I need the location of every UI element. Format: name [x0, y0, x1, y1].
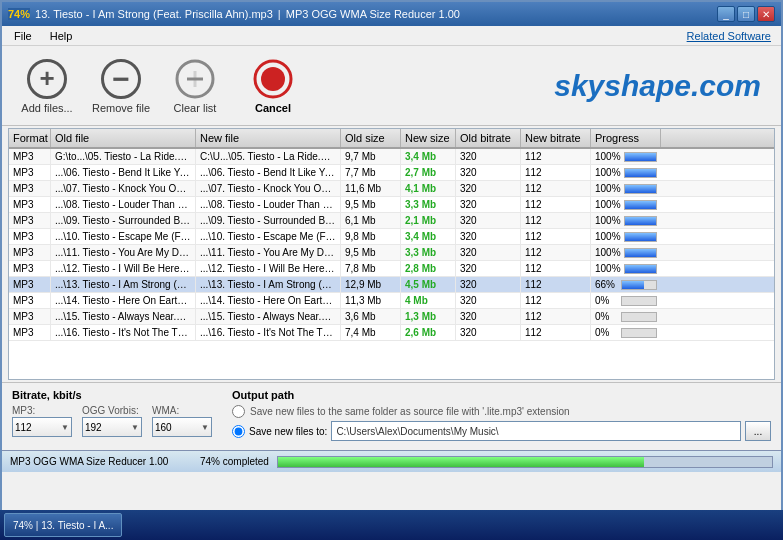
table-row[interactable]: MP3...\10. Tiesto - Escape Me (Feat. ...…: [9, 229, 774, 245]
table-cell: 112: [521, 165, 591, 180]
cancel-button[interactable]: Cancel: [238, 51, 308, 121]
taskbar-item-label: 74% | 13. Tiesto - I A...: [13, 520, 113, 531]
progress-cell: 100%: [591, 261, 661, 276]
table-cell: ...\11. Tiesto - You Are My Diamo ...: [196, 245, 341, 260]
col-progress: Progress: [591, 129, 661, 147]
table-cell: ...\09. Tiesto - Surrounded By Lig ...: [51, 213, 196, 228]
progress-cell: 100%: [591, 197, 661, 212]
mp3-dropdown[interactable]: 112 ▼: [12, 417, 72, 437]
table-cell: MP3: [9, 165, 51, 180]
table-row[interactable]: MP3...\14. Tiesto - Here On Earth (Fe ..…: [9, 293, 774, 309]
ogg-dropdown[interactable]: 192 ▼: [82, 417, 142, 437]
output-title: Output path: [232, 389, 771, 401]
remove-file-icon: −: [100, 58, 142, 100]
progress-label: 0%: [595, 311, 618, 322]
table-cell: 320: [456, 245, 521, 260]
add-files-button[interactable]: + Add files...: [12, 51, 82, 121]
radio-custom-path[interactable]: [232, 425, 245, 438]
browse-button[interactable]: ...: [745, 421, 771, 441]
clear-list-icon: [174, 58, 216, 100]
table-cell: 4,5 Mb: [401, 277, 456, 292]
radio-custom-path-row: Save new files to: ...: [232, 421, 771, 441]
radio-same-folder-row: Save new files to the same folder as sou…: [232, 405, 771, 418]
table-row[interactable]: MP3...\13. Tiesto - I Am Strong (Feat. .…: [9, 277, 774, 293]
progress-bar-fill: [625, 185, 656, 193]
table-cell: ...\11. Tiesto - You Are My Diamo ...: [51, 245, 196, 260]
wma-bitrate-group: WMA: 160 ▼: [152, 405, 212, 437]
toolbar: + Add files... − Remove file Cle: [2, 46, 781, 126]
col-new-size: New size: [401, 129, 456, 147]
related-software-link[interactable]: Related Software: [687, 30, 777, 42]
table-cell: 320: [456, 309, 521, 324]
table-cell: 2,7 Mb: [401, 165, 456, 180]
bottom-panel: Bitrate, kbit/s MP3: 112 ▼ OGG Vorbis: 1…: [2, 382, 781, 450]
table-cell: MP3: [9, 293, 51, 308]
progress-bar: [624, 200, 657, 210]
progress-bar: [621, 312, 658, 322]
table-cell: 112: [521, 197, 591, 212]
output-section: Output path Save new files to the same f…: [232, 389, 771, 444]
maximize-button[interactable]: □: [737, 6, 755, 22]
radio-same-folder[interactable]: [232, 405, 245, 418]
clear-list-label: Clear list: [174, 102, 217, 114]
table-cell: MP3: [9, 181, 51, 196]
table-row[interactable]: MP3...\12. Tiesto - I Will Be Here (Fe .…: [9, 261, 774, 277]
table-row[interactable]: MP3...\09. Tiesto - Surrounded By Lig ..…: [9, 213, 774, 229]
table-cell: ...\13. Tiesto - I Am Strong (Feat. ...: [196, 277, 341, 292]
table-cell: ...\14. Tiesto - Here On Earth (Fe ...: [51, 293, 196, 308]
table-row[interactable]: MP3...\07. Tiesto - Knock You Out (Fe ..…: [9, 181, 774, 197]
menu-file[interactable]: File: [6, 28, 40, 44]
status-progress-container: 74% completed: [200, 456, 773, 468]
bitrate-section: Bitrate, kbit/s MP3: 112 ▼ OGG Vorbis: 1…: [12, 389, 212, 437]
table-cell: 112: [521, 181, 591, 196]
table-cell: 1,3 Mb: [401, 309, 456, 324]
remove-file-button[interactable]: − Remove file: [86, 51, 156, 121]
wma-dropdown-arrow: ▼: [201, 423, 209, 432]
table-cell: ...\15. Tiesto - Always Near.mp3: [196, 309, 341, 324]
mp3-dropdown-arrow: ▼: [61, 423, 69, 432]
table-cell: ...\06. Tiesto - Bend It Like You D ...: [51, 165, 196, 180]
table-cell: 320: [456, 293, 521, 308]
title-separator: |: [278, 8, 281, 20]
progress-label: 100%: [595, 199, 621, 210]
mp3-bitrate-group: MP3: 112 ▼: [12, 405, 72, 437]
table-cell: 320: [456, 165, 521, 180]
wma-label: WMA:: [152, 405, 212, 416]
table-cell: 320: [456, 325, 521, 340]
table-cell: ...\08. Tiesto - Louder Than Boon ...: [51, 197, 196, 212]
col-new-bitrate: New bitrate: [521, 129, 591, 147]
table-cell: 4,1 Mb: [401, 181, 456, 196]
bitrate-title: Bitrate, kbit/s: [12, 389, 212, 401]
table-row[interactable]: MP3...\11. Tiesto - You Are My Diamo ...…: [9, 245, 774, 261]
table-cell: ...\13. Tiesto - I Am Strong (Feat. ...: [51, 277, 196, 292]
table-cell: 3,4 Mb: [401, 229, 456, 244]
table-cell: 3,6 Mb: [341, 309, 401, 324]
status-app-name: MP3 OGG WMA Size Reducer 1.00: [10, 456, 190, 467]
logo-text: skyshape.com: [554, 69, 761, 102]
table-cell: MP3: [9, 261, 51, 276]
table-row[interactable]: MP3...\08. Tiesto - Louder Than Boon ...…: [9, 197, 774, 213]
close-button[interactable]: ✕: [757, 6, 775, 22]
wma-dropdown[interactable]: 160 ▼: [152, 417, 212, 437]
progress-cell: 100%: [591, 149, 661, 164]
output-path-input[interactable]: [331, 421, 741, 441]
table-row[interactable]: MP3...\16. Tiesto - It's Not The Thing .…: [9, 325, 774, 341]
table-cell: MP3: [9, 325, 51, 340]
table-row[interactable]: MP3...\15. Tiesto - Always Near.mp3...\1…: [9, 309, 774, 325]
progress-label: 100%: [595, 247, 621, 258]
add-files-icon: +: [26, 58, 68, 100]
table-cell: 112: [521, 309, 591, 324]
table-cell: 9,7 Mb: [341, 149, 401, 164]
title-controls: _ □ ✕: [717, 6, 775, 22]
progress-label: 100%: [595, 215, 621, 226]
wma-value: 160: [155, 422, 172, 433]
progress-cell: 0%: [591, 309, 661, 324]
table-row[interactable]: MP3G:\to...\05. Tiesto - La Ride.mp3C:\U…: [9, 149, 774, 165]
taskbar-item[interactable]: 74% | 13. Tiesto - I A...: [4, 513, 122, 537]
table-row[interactable]: MP3...\06. Tiesto - Bend It Like You D .…: [9, 165, 774, 181]
menu-help[interactable]: Help: [42, 28, 81, 44]
clear-list-button[interactable]: Clear list: [160, 51, 230, 121]
progress-bar-fill: [625, 169, 656, 177]
minimize-button[interactable]: _: [717, 6, 735, 22]
table-cell: 112: [521, 149, 591, 164]
